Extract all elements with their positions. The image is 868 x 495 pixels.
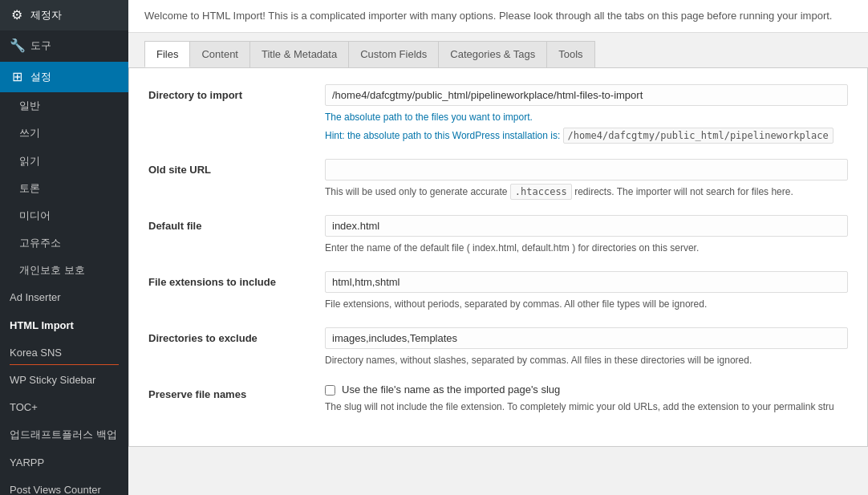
extensions-input[interactable] bbox=[325, 271, 848, 293]
sidebar-label-privacy: 개인보호 보호 bbox=[19, 263, 85, 278]
sidebar-item-privacy[interactable]: 개인보호 보호 bbox=[0, 257, 128, 284]
directories-exclude-label: Directories to exclude bbox=[148, 327, 325, 344]
sidebar-item-ad-inserter[interactable]: Ad Inserter bbox=[0, 284, 128, 311]
sidebar-item-post-views[interactable]: Post Views Counter bbox=[0, 477, 128, 495]
sidebar-label-settings: 설정 bbox=[30, 70, 51, 84]
directory-hint2: Hint: the absolute path to this WordPres… bbox=[325, 128, 848, 143]
default-file-hint: Enter the name of the default file ( ind… bbox=[325, 241, 848, 255]
sidebar-label-toc: TOC+ bbox=[10, 400, 38, 415]
old-url-content: This will be used only to generate accur… bbox=[325, 159, 848, 199]
directories-exclude-hint: Directory names, without slashes, separa… bbox=[325, 353, 848, 367]
preserve-hint: The slug will not include the file exten… bbox=[325, 400, 848, 414]
tab-title-metadata[interactable]: Title & Metadata bbox=[249, 41, 349, 67]
sidebar-item-toc[interactable]: TOC+ bbox=[0, 394, 128, 421]
settings-top-icon: ⚙ bbox=[10, 6, 24, 24]
sidebar-item-discussion[interactable]: 토론 bbox=[0, 175, 128, 202]
old-url-row: Old site URL This will be used only to g… bbox=[148, 159, 848, 199]
extensions-row: File extensions to include File extensio… bbox=[148, 271, 848, 311]
sidebar-item-korea-sns[interactable]: Korea SNS bbox=[0, 339, 128, 367]
sidebar-label-html-import: HTML Import bbox=[10, 319, 74, 333]
sidebar-label-settings-top: 제정자 bbox=[30, 8, 62, 22]
settings-icon: ⊞ bbox=[10, 68, 24, 86]
tab-custom-fields[interactable]: Custom Fields bbox=[348, 41, 439, 67]
directory-content: The absolute path to the files you want … bbox=[325, 84, 848, 143]
sidebar-item-general[interactable]: 일반 bbox=[0, 92, 128, 120]
welcome-text: Welcome to HTML Import! This is a compli… bbox=[144, 10, 832, 22]
preserve-checkbox-row: Use the file's name as the imported page… bbox=[325, 383, 848, 396]
old-url-hint: This will be used only to generate accur… bbox=[325, 185, 848, 199]
directory-hint1: The absolute path to the files you want … bbox=[325, 110, 848, 124]
sidebar-item-media[interactable]: 미디어 bbox=[0, 202, 128, 229]
sidebar-label-writing: 쓰기 bbox=[19, 126, 40, 140]
preserve-label: Preserve file names bbox=[148, 383, 325, 400]
sidebar-label-updraft: 업드래프트플러스 백업 bbox=[10, 428, 117, 442]
sidebar-label-post-views: Post Views Counter bbox=[10, 483, 101, 495]
directories-exclude-input[interactable] bbox=[325, 327, 848, 349]
sidebar-item-settings-top[interactable]: ⚙ 제정자 bbox=[0, 0, 128, 30]
sidebar-label-korea-sns: Korea SNS bbox=[10, 346, 62, 360]
tabs-bar: Files Content Title & Metadata Custom Fi… bbox=[128, 33, 868, 68]
tab-content[interactable]: Content bbox=[189, 41, 250, 67]
welcome-bar: Welcome to HTML Import! This is a compli… bbox=[128, 0, 868, 33]
sidebar-label-tools: 도구 bbox=[30, 39, 51, 53]
main-content: Welcome to HTML Import! This is a compli… bbox=[128, 0, 868, 495]
htaccess-code: .htaccess bbox=[510, 184, 572, 200]
sidebar-item-html-import[interactable]: HTML Import bbox=[0, 312, 128, 339]
sidebar-item-yarpp[interactable]: YARPP bbox=[0, 449, 128, 477]
sidebar-label-reading: 읽기 bbox=[19, 154, 40, 168]
directory-row: Directory to import The absolute path to… bbox=[148, 84, 848, 143]
default-file-input[interactable] bbox=[325, 215, 848, 237]
sidebar-label-permalink: 고유주소 bbox=[19, 236, 61, 250]
default-file-content: Enter the name of the default file ( ind… bbox=[325, 215, 848, 255]
directory-hint2-code: /home4/dafcgtmy/public_html/pipelinework… bbox=[563, 128, 834, 144]
sidebar: ⚙ 제정자 🔧 도구 ⊞ 설정 일반 쓰기 읽기 토론 미디어 고유주소 개인보… bbox=[0, 0, 128, 495]
sidebar-label-discussion: 토론 bbox=[19, 181, 40, 196]
extensions-hint: File extensions, without periods, separa… bbox=[325, 297, 848, 311]
directory-label: Directory to import bbox=[148, 84, 325, 101]
directories-exclude-content: Directory names, without slashes, separa… bbox=[325, 327, 848, 367]
preserve-row: Preserve file names Use the file's name … bbox=[148, 383, 848, 414]
sidebar-item-permalink[interactable]: 고유주소 bbox=[0, 229, 128, 257]
directories-exclude-row: Directories to exclude Directory names, … bbox=[148, 327, 848, 367]
extensions-content: File extensions, without periods, separa… bbox=[325, 271, 848, 311]
old-url-label: Old site URL bbox=[148, 159, 325, 176]
tab-files[interactable]: Files bbox=[144, 41, 190, 67]
extensions-label: File extensions to include bbox=[148, 271, 325, 288]
directory-input[interactable] bbox=[325, 84, 848, 106]
sidebar-label-media: 미디어 bbox=[19, 209, 51, 223]
sidebar-item-reading[interactable]: 읽기 bbox=[0, 148, 128, 175]
tab-tools[interactable]: Tools bbox=[546, 41, 594, 67]
sidebar-label-ad-inserter: Ad Inserter bbox=[10, 290, 61, 305]
old-url-input[interactable] bbox=[325, 159, 848, 181]
sidebar-item-updraft[interactable]: 업드래프트플러스 백업 bbox=[0, 421, 128, 448]
default-file-row: Default file Enter the name of the defau… bbox=[148, 215, 848, 255]
tab-categories-tags[interactable]: Categories & Tags bbox=[438, 41, 547, 67]
sidebar-label-wp-sticky: WP Sticky Sidebar bbox=[10, 373, 95, 387]
sidebar-item-wp-sticky[interactable]: WP Sticky Sidebar bbox=[0, 367, 128, 394]
preserve-checkbox-label: Use the file's name as the imported page… bbox=[342, 383, 560, 396]
sidebar-item-writing[interactable]: 쓰기 bbox=[0, 120, 128, 147]
sidebar-label-yarpp: YARPP bbox=[10, 456, 44, 470]
sidebar-label-general: 일반 bbox=[19, 99, 40, 113]
default-file-label: Default file bbox=[148, 215, 325, 232]
sidebar-item-tools[interactable]: 🔧 도구 bbox=[0, 30, 128, 61]
tools-icon: 🔧 bbox=[10, 37, 24, 55]
content-area: Directory to import The absolute path to… bbox=[128, 68, 868, 447]
preserve-checkbox[interactable] bbox=[325, 385, 335, 396]
sidebar-item-settings[interactable]: ⊞ 설정 bbox=[0, 62, 128, 92]
preserve-content: Use the file's name as the imported page… bbox=[325, 383, 848, 414]
